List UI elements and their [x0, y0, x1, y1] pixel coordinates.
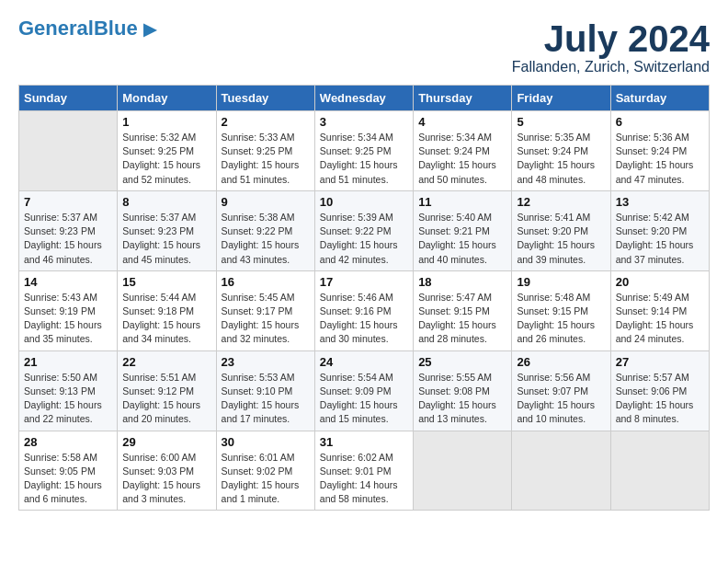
calendar-cell: 18Sunrise: 5:47 AM Sunset: 9:15 PM Dayli…	[414, 270, 512, 350]
day-number: 29	[122, 435, 210, 449]
calendar-cell: 19Sunrise: 5:48 AM Sunset: 9:15 PM Dayli…	[512, 270, 610, 350]
calendar-cell: 28Sunrise: 5:58 AM Sunset: 9:05 PM Dayli…	[19, 431, 118, 511]
calendar-cell: 6Sunrise: 5:36 AM Sunset: 9:24 PM Daylig…	[610, 111, 709, 191]
column-header-saturday: Saturday	[610, 86, 709, 111]
calendar-table: SundayMondayTuesdayWednesdayThursdayFrid…	[18, 85, 710, 511]
main-title: July 2024	[512, 18, 710, 59]
calendar-cell: 3Sunrise: 5:34 AM Sunset: 9:25 PM Daylig…	[314, 111, 413, 191]
day-number: 27	[616, 355, 704, 369]
day-info: Sunrise: 5:51 AM Sunset: 9:12 PM Dayligh…	[122, 371, 210, 427]
day-number: 18	[418, 275, 506, 289]
calendar-cell: 31Sunrise: 6:02 AM Sunset: 9:01 PM Dayli…	[314, 431, 413, 511]
day-number: 19	[517, 275, 605, 289]
logo-blue: Blue	[94, 17, 138, 40]
calendar-cell: 16Sunrise: 5:45 AM Sunset: 9:17 PM Dayli…	[216, 270, 314, 350]
day-number: 14	[24, 275, 112, 289]
day-info: Sunrise: 5:38 AM Sunset: 9:22 PM Dayligh…	[222, 211, 310, 267]
title-block: July 2024 Fallanden, Zurich, Switzerland	[512, 18, 710, 75]
day-info: Sunrise: 5:39 AM Sunset: 9:22 PM Dayligh…	[320, 211, 408, 267]
day-info: Sunrise: 5:40 AM Sunset: 9:21 PM Dayligh…	[418, 211, 506, 267]
day-number: 2	[222, 115, 310, 129]
day-info: Sunrise: 6:02 AM Sunset: 9:01 PM Dayligh…	[320, 451, 408, 507]
calendar-cell: 17Sunrise: 5:46 AM Sunset: 9:16 PM Dayli…	[314, 270, 413, 350]
calendar-cell: 14Sunrise: 5:43 AM Sunset: 9:19 PM Dayli…	[19, 270, 118, 350]
day-number: 8	[122, 195, 210, 209]
column-header-friday: Friday	[512, 86, 610, 111]
calendar-cell: 24Sunrise: 5:54 AM Sunset: 9:09 PM Dayli…	[314, 350, 413, 431]
day-number: 15	[122, 275, 210, 289]
calendar-cell: 9Sunrise: 5:38 AM Sunset: 9:22 PM Daylig…	[216, 190, 314, 270]
day-number: 25	[418, 355, 506, 369]
day-number: 17	[320, 275, 408, 289]
calendar-cell: 29Sunrise: 6:00 AM Sunset: 9:03 PM Dayli…	[118, 431, 216, 511]
day-info: Sunrise: 5:37 AM Sunset: 9:23 PM Dayligh…	[122, 211, 210, 267]
day-info: Sunrise: 5:32 AM Sunset: 9:25 PM Dayligh…	[122, 131, 210, 187]
page-header: GeneralBlue ▶ July 2024 Fallanden, Zuric…	[18, 18, 710, 75]
day-info: Sunrise: 5:36 AM Sunset: 9:24 PM Dayligh…	[616, 131, 704, 187]
day-number: 23	[222, 355, 310, 369]
day-info: Sunrise: 5:37 AM Sunset: 9:23 PM Dayligh…	[24, 211, 112, 267]
day-number: 1	[122, 115, 210, 129]
day-info: Sunrise: 5:48 AM Sunset: 9:15 PM Dayligh…	[517, 291, 605, 347]
day-info: Sunrise: 5:34 AM Sunset: 9:25 PM Dayligh…	[320, 131, 408, 187]
day-number: 5	[517, 115, 605, 129]
day-info: Sunrise: 5:34 AM Sunset: 9:24 PM Dayligh…	[418, 131, 506, 187]
day-number: 21	[24, 355, 112, 369]
day-info: Sunrise: 5:44 AM Sunset: 9:18 PM Dayligh…	[122, 291, 210, 347]
day-info: Sunrise: 5:54 AM Sunset: 9:09 PM Dayligh…	[320, 371, 408, 427]
day-info: Sunrise: 5:46 AM Sunset: 9:16 PM Dayligh…	[320, 291, 408, 347]
calendar-cell	[610, 431, 709, 511]
day-number: 20	[616, 275, 704, 289]
day-info: Sunrise: 6:01 AM Sunset: 9:02 PM Dayligh…	[222, 451, 310, 507]
day-info: Sunrise: 5:43 AM Sunset: 9:19 PM Dayligh…	[24, 291, 112, 347]
day-number: 28	[24, 435, 112, 449]
logo: GeneralBlue ▶	[18, 18, 156, 39]
day-info: Sunrise: 5:58 AM Sunset: 9:05 PM Dayligh…	[24, 451, 112, 507]
calendar-cell: 20Sunrise: 5:49 AM Sunset: 9:14 PM Dayli…	[610, 270, 709, 350]
day-info: Sunrise: 5:57 AM Sunset: 9:06 PM Dayligh…	[616, 371, 704, 427]
day-info: Sunrise: 5:50 AM Sunset: 9:13 PM Dayligh…	[24, 371, 112, 427]
day-number: 13	[616, 195, 704, 209]
calendar-cell: 7Sunrise: 5:37 AM Sunset: 9:23 PM Daylig…	[19, 190, 118, 270]
column-header-thursday: Thursday	[414, 86, 512, 111]
calendar-cell: 15Sunrise: 5:44 AM Sunset: 9:18 PM Dayli…	[118, 270, 216, 350]
day-info: Sunrise: 5:56 AM Sunset: 9:07 PM Dayligh…	[517, 371, 605, 427]
calendar-cell: 4Sunrise: 5:34 AM Sunset: 9:24 PM Daylig…	[414, 111, 512, 191]
day-number: 6	[616, 115, 704, 129]
day-number: 7	[24, 195, 112, 209]
day-number: 24	[320, 355, 408, 369]
column-header-monday: Monday	[118, 86, 216, 111]
calendar-week-1: 1Sunrise: 5:32 AM Sunset: 9:25 PM Daylig…	[19, 111, 710, 191]
day-info: Sunrise: 5:49 AM Sunset: 9:14 PM Dayligh…	[616, 291, 704, 347]
day-number: 16	[222, 275, 310, 289]
logo-general: General	[18, 17, 94, 40]
calendar-cell: 27Sunrise: 5:57 AM Sunset: 9:06 PM Dayli…	[610, 350, 709, 431]
day-info: Sunrise: 5:35 AM Sunset: 9:24 PM Dayligh…	[517, 131, 605, 187]
calendar-cell	[512, 431, 610, 511]
day-info: Sunrise: 5:45 AM Sunset: 9:17 PM Dayligh…	[222, 291, 310, 347]
calendar-week-2: 7Sunrise: 5:37 AM Sunset: 9:23 PM Daylig…	[19, 190, 710, 270]
day-number: 9	[222, 195, 310, 209]
calendar-cell: 25Sunrise: 5:55 AM Sunset: 9:08 PM Dayli…	[414, 350, 512, 431]
calendar-cell: 11Sunrise: 5:40 AM Sunset: 9:21 PM Dayli…	[414, 190, 512, 270]
day-number: 30	[222, 435, 310, 449]
logo-icon: ▶	[143, 20, 156, 39]
calendar-cell	[414, 431, 512, 511]
calendar-cell: 10Sunrise: 5:39 AM Sunset: 9:22 PM Dayli…	[314, 190, 413, 270]
calendar-cell: 21Sunrise: 5:50 AM Sunset: 9:13 PM Dayli…	[19, 350, 118, 431]
calendar-cell: 30Sunrise: 6:01 AM Sunset: 9:02 PM Dayli…	[216, 431, 314, 511]
calendar-cell: 8Sunrise: 5:37 AM Sunset: 9:23 PM Daylig…	[118, 190, 216, 270]
logo-text: GeneralBlue ▶	[18, 18, 156, 39]
calendar-cell	[19, 111, 118, 191]
calendar-cell: 23Sunrise: 5:53 AM Sunset: 9:10 PM Dayli…	[216, 350, 314, 431]
day-number: 31	[320, 435, 408, 449]
day-info: Sunrise: 5:33 AM Sunset: 9:25 PM Dayligh…	[222, 131, 310, 187]
calendar-cell: 22Sunrise: 5:51 AM Sunset: 9:12 PM Dayli…	[118, 350, 216, 431]
calendar-cell: 2Sunrise: 5:33 AM Sunset: 9:25 PM Daylig…	[216, 111, 314, 191]
day-number: 4	[418, 115, 506, 129]
calendar-header-row: SundayMondayTuesdayWednesdayThursdayFrid…	[19, 86, 710, 111]
day-info: Sunrise: 5:53 AM Sunset: 9:10 PM Dayligh…	[222, 371, 310, 427]
column-header-wednesday: Wednesday	[314, 86, 413, 111]
day-info: Sunrise: 5:47 AM Sunset: 9:15 PM Dayligh…	[418, 291, 506, 347]
calendar-week-5: 28Sunrise: 5:58 AM Sunset: 9:05 PM Dayli…	[19, 431, 710, 511]
